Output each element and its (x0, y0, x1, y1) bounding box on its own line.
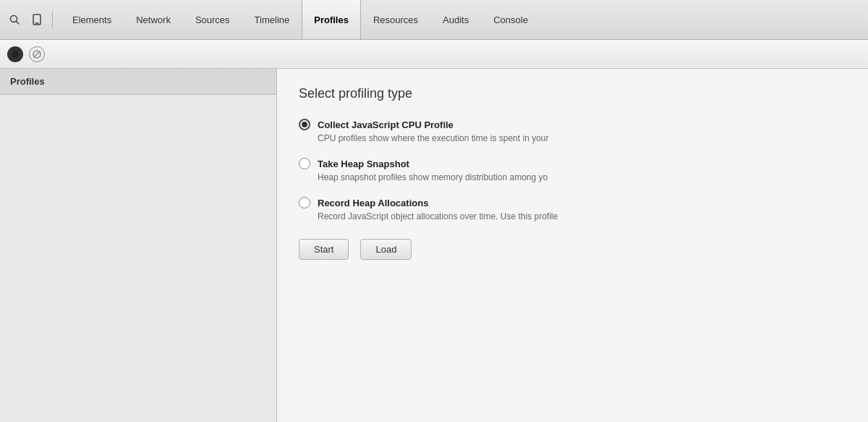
sidebar: Profiles (0, 69, 277, 422)
search-icon[interactable] (6, 11, 23, 28)
record-button[interactable] (7, 46, 23, 62)
tab-audits[interactable]: Audits (430, 0, 481, 39)
toolbar-icons (6, 11, 53, 28)
radio-heap-alloc[interactable] (299, 197, 310, 208)
svg-point-4 (12, 51, 19, 58)
svg-line-6 (34, 51, 40, 57)
tab-network[interactable]: Network (124, 0, 183, 39)
tab-elements[interactable]: Elements (60, 0, 124, 39)
option-heap-snapshot-desc: Heap snapshot profiles show memory distr… (299, 172, 846, 182)
option-heap-snapshot: Take Heap Snapshot Heap snapshot profile… (299, 158, 846, 182)
action-buttons: Start Load (299, 239, 846, 260)
profiles-toolbar (0, 40, 868, 69)
option-heap-snapshot-label-row: Take Heap Snapshot (299, 158, 846, 169)
tab-list: ElementsNetworkSourcesTimelineProfilesRe… (60, 0, 540, 39)
svg-line-1 (17, 22, 20, 25)
option-cpu-desc: CPU profiles show where the execution ti… (299, 133, 846, 143)
option-heap-alloc-title: Record Heap Allocations (318, 198, 428, 208)
option-heap-alloc: Record Heap Allocations Record JavaScrip… (299, 197, 846, 221)
tab-profiles[interactable]: Profiles (302, 0, 361, 39)
start-button[interactable]: Start (299, 239, 349, 260)
main-layout: Profiles Select profiling type Collect J… (0, 69, 868, 422)
tab-bar: ElementsNetworkSourcesTimelineProfilesRe… (0, 0, 868, 40)
option-heap-alloc-desc: Record JavaScript object allocations ove… (299, 211, 846, 221)
tab-timeline[interactable]: Timeline (242, 0, 302, 39)
option-cpu-label-row: Collect JavaScript CPU Profile (299, 119, 846, 130)
tab-console[interactable]: Console (481, 0, 540, 39)
radio-cpu[interactable] (299, 119, 310, 130)
option-heap-alloc-label-row: Record Heap Allocations (299, 197, 846, 208)
option-cpu: Collect JavaScript CPU Profile CPU profi… (299, 119, 846, 143)
page-title: Select profiling type (299, 86, 846, 101)
radio-heap-snapshot[interactable] (299, 158, 310, 169)
load-button[interactable]: Load (360, 239, 412, 260)
sidebar-header: Profiles (0, 69, 276, 95)
profiling-options: Collect JavaScript CPU Profile CPU profi… (299, 119, 846, 221)
clear-button[interactable] (29, 46, 45, 62)
tab-sources[interactable]: Sources (183, 0, 242, 39)
option-heap-snapshot-title: Take Heap Snapshot (318, 159, 409, 169)
content-area: Select profiling type Collect JavaScript… (277, 69, 868, 422)
device-icon[interactable] (29, 11, 45, 28)
tab-resources[interactable]: Resources (361, 0, 430, 39)
option-cpu-title: Collect JavaScript CPU Profile (318, 119, 454, 130)
